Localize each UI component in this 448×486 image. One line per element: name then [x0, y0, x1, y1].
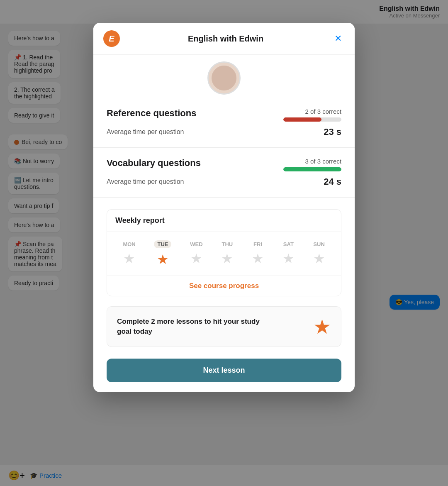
modal-overlay: E English with Edwin ✕ Reference questio…	[0, 0, 448, 486]
day-label-sat: SAT	[283, 241, 294, 247]
weekly-days-row: MON ★ TUE ★ WED ★ THU ★	[107, 232, 341, 276]
reference-score: 2 of 3 correct	[283, 108, 341, 122]
day-label-thu: THU	[222, 241, 233, 247]
vocabulary-section: Vocabulary questions 3 of 3 correct Aver…	[93, 148, 355, 198]
day-col-sun: SUN ★	[313, 241, 325, 266]
weekly-report-area: Weekly report MON ★ TUE ★ WED ★	[93, 198, 355, 300]
modal-close-button[interactable]: ✕	[331, 32, 345, 45]
avatar-inner	[212, 66, 236, 90]
star-tue: ★	[157, 252, 169, 267]
vocabulary-score-text: 3 of 3 correct	[283, 158, 341, 165]
day-label-sun: SUN	[313, 241, 324, 247]
vocabulary-avg-label: Average time per question	[107, 178, 184, 186]
day-label-mon: MON	[123, 241, 135, 247]
vocabulary-title: Vocabulary questions	[107, 158, 201, 169]
study-goal-card: Complete 2 more lessons to hit your stud…	[107, 306, 341, 347]
star-fri: ★	[252, 251, 264, 266]
star-sun: ★	[313, 251, 325, 266]
weekly-report-card: Weekly report MON ★ TUE ★ WED ★	[107, 209, 341, 296]
modal-logo: E	[103, 30, 120, 47]
reference-title: Reference questions	[107, 108, 196, 119]
day-label-tue: TUE	[154, 240, 171, 248]
reference-progress-fill	[283, 117, 321, 122]
star-sat: ★	[282, 251, 295, 266]
day-col-sat: SAT ★	[282, 241, 295, 266]
reference-progress-bar	[283, 117, 341, 122]
reference-avg-value: 23 s	[324, 127, 341, 137]
see-course-progress-link[interactable]: See course progress	[107, 276, 341, 296]
vocabulary-progress-bar	[283, 167, 341, 171]
day-col-wed: WED ★	[190, 241, 202, 266]
day-label-fri: FRI	[253, 241, 262, 247]
reference-avg-label: Average time per question	[107, 128, 184, 136]
day-label-wed: WED	[190, 241, 202, 247]
star-mon: ★	[123, 251, 135, 266]
weekly-report-title: Weekly report	[107, 210, 341, 232]
star-thu: ★	[221, 251, 233, 266]
modal: E English with Edwin ✕ Reference questio…	[93, 23, 355, 392]
modal-title: English with Edwin	[120, 34, 331, 44]
next-lesson-button[interactable]: Next lesson	[107, 359, 341, 382]
modal-avatar	[207, 61, 241, 95]
star-wed: ★	[190, 251, 202, 266]
day-col-mon: MON ★	[123, 241, 135, 266]
vocabulary-score: 3 of 3 correct	[283, 158, 341, 171]
study-goal-star-icon: ★	[313, 315, 331, 338]
day-col-thu: THU ★	[221, 241, 233, 266]
reference-score-text: 2 of 3 correct	[283, 108, 341, 115]
study-goal-text: Complete 2 more lessons to hit your stud…	[117, 317, 266, 337]
vocabulary-avg-value: 24 s	[324, 176, 341, 187]
vocabulary-progress-fill	[283, 167, 341, 171]
modal-header: E English with Edwin ✕	[93, 23, 355, 55]
modal-avatar-area	[93, 55, 355, 98]
day-col-fri: FRI ★	[252, 241, 264, 266]
reference-section: Reference questions 2 of 3 correct Avera…	[93, 98, 355, 148]
day-col-tue: TUE ★	[154, 240, 171, 267]
